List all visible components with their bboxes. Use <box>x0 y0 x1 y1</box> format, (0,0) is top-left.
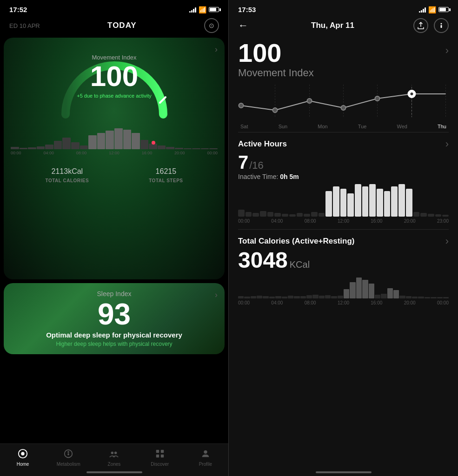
sleep-subtext: Higher deep sleep helps with physical re… <box>13 341 215 347</box>
svg-point-5 <box>114 451 117 454</box>
calories-display: 3048KCal <box>238 249 449 271</box>
active-hours-chevron[interactable]: › <box>445 138 449 150</box>
svg-rect-9 <box>160 455 163 457</box>
day-tue: Tue <box>358 124 367 129</box>
svg-point-22 <box>307 99 312 103</box>
hours-value: 7 <box>238 152 248 173</box>
subtitle-text: due to phase advance activity <box>83 93 152 99</box>
svg-point-24 <box>375 96 380 101</box>
day-thu: Thu <box>438 124 446 129</box>
right-movement-chevron[interactable]: › <box>445 45 449 57</box>
sleep-description: Optimal deep sleep for physical recovery <box>13 331 215 339</box>
svg-point-23 <box>341 106 346 110</box>
right-movement-value: 100 <box>238 40 314 66</box>
activity-chart-left: 00:0004:0008:0012:0016:0020:0000:00 <box>11 126 218 154</box>
right-header-icons <box>413 18 449 33</box>
movement-value: 100 <box>77 62 152 91</box>
divider-2 <box>238 229 449 230</box>
info-button[interactable] <box>434 18 449 33</box>
home-icon <box>17 448 29 460</box>
header-today: TODAY <box>107 21 137 30</box>
home-indicator-left <box>86 471 142 473</box>
home-indicator-right <box>316 471 372 473</box>
movement-index-section: 100 Movement Index › <box>238 40 449 126</box>
active-hours-section: Active Hours › 7 /16 Inactive Time: 0h 5… <box>238 138 449 224</box>
metabolism-label: Metabolism <box>57 462 80 467</box>
sleep-section: › Sleep Index 93 Optimal deep sleep for … <box>4 283 225 354</box>
status-icons-right: 📶 <box>419 6 449 13</box>
status-icons-left: 📶 <box>189 6 219 13</box>
day-labels: Sat Sun Mon Tue Wed Thu <box>238 124 449 129</box>
hours-total: /16 <box>249 159 264 172</box>
calories-stat: 2113kCal TOTAL CALORIES <box>46 162 89 183</box>
calories-big-value: 3048 <box>238 248 288 272</box>
line-chart-svg <box>238 85 449 122</box>
signal-icon-right <box>419 7 426 13</box>
steps-stat: 16215 TOTAL STEPS <box>149 162 183 183</box>
battery-icon <box>209 7 219 12</box>
hours-display: 7 /16 <box>238 152 449 173</box>
settings-button[interactable]: ⊙ <box>204 18 219 33</box>
svg-rect-12 <box>440 25 442 28</box>
day-sun: Sun <box>279 124 288 129</box>
gauge-center: Movement Index 100 +5 due to phase advan… <box>77 54 152 99</box>
svg-rect-6 <box>156 450 159 453</box>
discover-icon <box>154 448 166 460</box>
right-header-title: Thu, Apr 11 <box>311 21 354 30</box>
svg-point-27 <box>411 93 413 95</box>
calories-value: 2113 <box>52 167 68 175</box>
chart-bars <box>11 126 218 149</box>
sleep-value: 93 <box>13 299 215 329</box>
svg-point-4 <box>111 451 114 454</box>
left-header: ED 10 APR TODAY ⊙ <box>0 16 228 38</box>
nav-zones[interactable]: Zones <box>100 448 128 467</box>
svg-rect-7 <box>160 450 163 453</box>
nav-home[interactable]: Home <box>9 448 37 467</box>
wifi-icon-right: 📶 <box>428 6 436 13</box>
sleep-label: Sleep Index <box>13 290 215 298</box>
time-left: 17:52 <box>9 6 27 13</box>
subtitle-green: +5 <box>77 93 83 99</box>
time-right: 17:53 <box>238 6 256 13</box>
right-phone: 17:53 📶 ← Thu, Apr 11 <box>229 0 458 476</box>
share-button[interactable] <box>413 18 428 33</box>
metabolism-icon <box>62 448 74 460</box>
sleep-chevron[interactable]: › <box>215 290 218 300</box>
calories-header: Total Calories (Active+Resting) › <box>238 235 449 247</box>
steps-value: 16215 <box>156 167 177 175</box>
svg-point-21 <box>273 108 278 112</box>
mini-chart-times: 00:0004:0008:0012:0016:0020:0000:00 <box>238 300 449 305</box>
right-movement-label: Movement Index <box>238 67 314 79</box>
gauge-container: Movement Index 100 +5 due to phase advan… <box>11 42 218 124</box>
nav-profile[interactable]: Profile <box>192 448 219 467</box>
day-mon: Mon <box>318 124 327 129</box>
discover-label: Discover <box>151 462 169 467</box>
active-hours-header: Active Hours › <box>238 138 449 150</box>
stats-row: 2113kCal TOTAL CALORIES 16215 TOTAL STEP… <box>11 158 218 185</box>
calories-unit: kCal <box>68 167 83 175</box>
day-sat: Sat <box>240 124 248 129</box>
calories-chevron[interactable]: › <box>445 235 449 247</box>
day-wed: Wed <box>397 124 407 129</box>
right-header: ← Thu, Apr 11 <box>229 16 458 38</box>
svg-point-20 <box>239 103 244 108</box>
svg-point-1 <box>21 452 24 455</box>
total-calories-section: Total Calories (Active+Resting) › 3048KC… <box>238 235 449 305</box>
calories-title: Total Calories (Active+Resting) <box>238 237 355 246</box>
inactive-value: 0h 5m <box>280 173 299 180</box>
left-phone: 17:52 📶 ED 10 APR TODAY ⊙ › <box>0 0 229 476</box>
inactive-text: Inactive Time: 0h 5m <box>238 173 449 180</box>
svg-point-11 <box>440 23 442 25</box>
profile-label: Profile <box>199 462 212 467</box>
nav-discover[interactable]: Discover <box>146 448 174 467</box>
chart-times-left: 00:0004:0008:0012:0016:0020:0000:00 <box>11 151 218 155</box>
back-button[interactable]: ← <box>238 20 252 32</box>
activity-bars-right <box>238 184 449 217</box>
line-chart: Sat Sun Mon Tue Wed Thu <box>238 85 449 126</box>
steps-label: TOTAL STEPS <box>149 178 183 183</box>
calories-unit: KCal <box>290 259 310 270</box>
nav-metabolism[interactable]: Metabolism <box>54 448 82 467</box>
status-bar-right: 17:53 📶 <box>229 0 458 16</box>
calories-label: TOTAL CALORIES <box>46 178 89 183</box>
zones-icon <box>108 448 120 460</box>
